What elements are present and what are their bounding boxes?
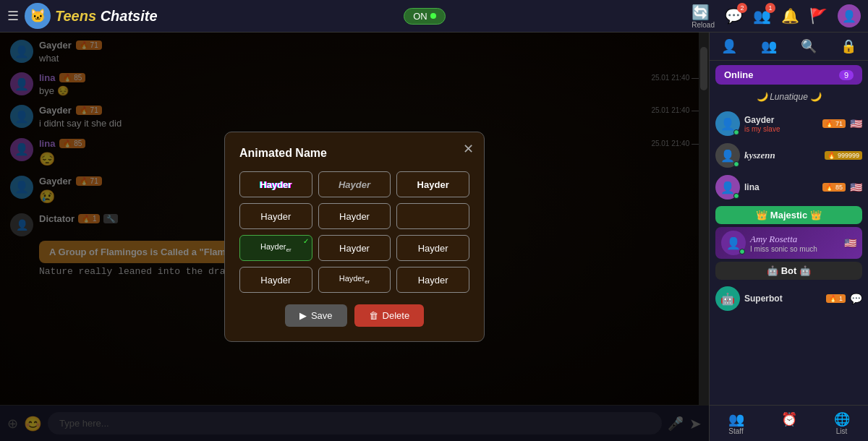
name-option-8[interactable]: Hayder xyxy=(318,235,391,261)
online-indicator xyxy=(733,161,739,167)
user-profile-icon[interactable]: 👤 xyxy=(721,38,737,54)
name-option-label: Hayder xyxy=(260,211,291,222)
clock-icon: ⏰ xyxy=(781,411,797,427)
user-avatar: 🤖 xyxy=(715,286,740,311)
logo-area: 🐱 Teens Chatsite xyxy=(25,3,158,29)
hamburger-icon[interactable]: ☰ xyxy=(7,8,19,24)
name-option-label: Hayder xyxy=(418,275,448,286)
chat-badge: 2 xyxy=(737,3,747,13)
users-icon[interactable]: 👥 1 xyxy=(753,7,771,25)
flame-badge: 🔥 1 xyxy=(826,294,846,303)
modal-overlay: Animated Name ✕ Hayder Hayder Hayder Hay… xyxy=(0,33,709,441)
search-icon[interactable]: 🔍 xyxy=(801,38,817,54)
name-grid: Hayder Hayder Hayder Hayder Hayder Hayde… xyxy=(239,171,469,293)
online-count: 9 xyxy=(839,70,854,80)
list-item[interactable]: 👤 Gayder is my slave 🔥 71 🇺🇸 xyxy=(710,108,868,140)
top-navigation: ☰ 🐱 Teens Chatsite ON 🔄 Reload 💬 2 👥 1 🔔… xyxy=(0,0,868,33)
flag-icon: 🇺🇸 xyxy=(850,181,862,193)
modal-actions: ▶ Save 🗑 Delete xyxy=(239,304,469,327)
name-option-11[interactable]: Hayderer xyxy=(318,267,391,293)
user-avatar: 👤 xyxy=(715,111,740,136)
animated-name-modal: Animated Name ✕ Hayder Hayder Hayder Hay… xyxy=(224,132,485,342)
name-option-3[interactable]: Hayder xyxy=(396,171,469,197)
save-button[interactable]: ▶ Save xyxy=(285,304,347,327)
name-option-label: Hayder xyxy=(260,275,291,286)
add-user-icon[interactable]: 👥 xyxy=(761,38,777,54)
bell-icon[interactable]: 🔔 xyxy=(781,7,799,25)
nav-right: 🔄 Reload 💬 2 👥 1 🔔 🚩 👤 xyxy=(692,4,861,29)
user-info: Superbot xyxy=(744,294,822,304)
user-avatar: 👤 xyxy=(715,175,740,200)
gold-badge: 🔥 999999 xyxy=(825,151,862,160)
online-section[interactable]: Online 9 xyxy=(715,65,862,85)
delete-button[interactable]: 🗑 Delete xyxy=(354,304,425,327)
online-indicator xyxy=(733,193,739,199)
user-avatar: 👤 xyxy=(715,143,740,168)
list-item[interactable]: 👤 Amy Rosetta I miss sonic so much 🇺🇸 xyxy=(715,227,862,259)
modal-close-button[interactable]: ✕ xyxy=(463,141,474,157)
online-indicator xyxy=(733,129,739,135)
staff-label: Staff xyxy=(728,427,743,435)
online-label: Online xyxy=(724,69,753,80)
user-info: kyszenn xyxy=(744,150,820,161)
selected-checkmark: ✓ xyxy=(303,237,309,245)
staff-button[interactable]: 👥 Staff xyxy=(728,411,744,435)
name-option-label: Hayder xyxy=(339,179,370,190)
staff-icon: 👥 xyxy=(728,411,744,427)
name-option-5[interactable]: Hayder xyxy=(318,203,391,229)
majestic-section: 👑 Majestic 👑 xyxy=(715,206,862,224)
lock-icon[interactable]: 🔒 xyxy=(841,38,856,54)
clock-button[interactable]: ⏰ xyxy=(781,411,797,435)
status-badge: ON xyxy=(404,8,446,25)
name-option-10[interactable]: Hayder xyxy=(239,267,312,293)
user-status: is my slave xyxy=(744,125,818,133)
name-option-1[interactable]: Hayder xyxy=(239,171,312,197)
user-info: lina xyxy=(744,182,818,192)
sidebar-top-icons: 👤 👥 🔍 🔒 xyxy=(710,33,868,61)
list-item[interactable]: 👤 lina 🔥 85 🇺🇸 xyxy=(710,171,868,203)
majestic-label: 👑 Majestic 👑 xyxy=(756,210,822,220)
name-option-7[interactable]: Hayderer ✓ xyxy=(239,235,312,261)
chat-icon[interactable]: 💬 2 xyxy=(725,7,743,25)
modal-title: Animated Name xyxy=(239,147,469,160)
list-label: List xyxy=(836,427,848,435)
name-option-4[interactable]: Hayder xyxy=(239,203,312,229)
sidebar-bottom: 👥 Staff ⏰ 🌐 List xyxy=(710,405,868,441)
user-avatar[interactable]: 👤 xyxy=(838,4,861,27)
username: kyszenn xyxy=(744,150,820,161)
flag-icon: 🇺🇸 xyxy=(844,237,856,249)
name-option-label: Hayder xyxy=(260,179,292,190)
username: Superbot xyxy=(744,294,822,304)
name-option-6[interactable] xyxy=(396,203,469,229)
user-status: I miss sonic so much xyxy=(750,245,840,253)
flag-icon: 🇺🇸 xyxy=(850,118,862,129)
name-option-label: Hayderer xyxy=(339,274,370,285)
on-dot-icon xyxy=(430,13,436,19)
users-badge: 1 xyxy=(765,3,775,13)
flame-badge: 🔥 71 xyxy=(822,119,846,128)
save-label: Save xyxy=(311,310,333,321)
user-list: 👤 Gayder is my slave 🔥 71 🇺🇸 👤 kyszenn xyxy=(710,105,868,405)
list-item[interactable]: 🤖 Superbot 🔥 1 💬 xyxy=(710,283,868,314)
name-option-2[interactable]: Hayder xyxy=(318,171,391,197)
name-option-12[interactable]: Hayder xyxy=(396,267,469,293)
name-option-9[interactable]: Hayder xyxy=(396,235,469,261)
delete-label: Delete xyxy=(383,310,410,321)
name-option-label: Hayder xyxy=(339,211,370,222)
bot-label: 🤖 Bot 🤖 xyxy=(767,265,811,276)
username: Amy Rosetta xyxy=(750,234,840,245)
list-item[interactable]: 👤 kyszenn 🔥 999999 xyxy=(710,140,868,171)
user-info: Gayder is my slave xyxy=(744,115,818,133)
online-indicator xyxy=(739,249,745,254)
name-option-label: Hayder xyxy=(417,179,449,190)
reload-icon[interactable]: 🔄 Reload xyxy=(692,4,715,29)
nav-left: ☰ 🐱 Teens Chatsite xyxy=(7,3,158,29)
list-icon: 🌐 xyxy=(834,411,850,427)
delete-icon: 🗑 xyxy=(369,310,378,321)
list-button[interactable]: 🌐 List xyxy=(834,411,850,435)
username: lina xyxy=(744,182,818,192)
flag-icon[interactable]: 🚩 xyxy=(809,7,827,25)
logo-text: Teens Chatsite xyxy=(55,8,158,25)
name-option-label: Hayderer xyxy=(260,242,292,253)
logo-icon: 🐱 xyxy=(25,3,51,29)
